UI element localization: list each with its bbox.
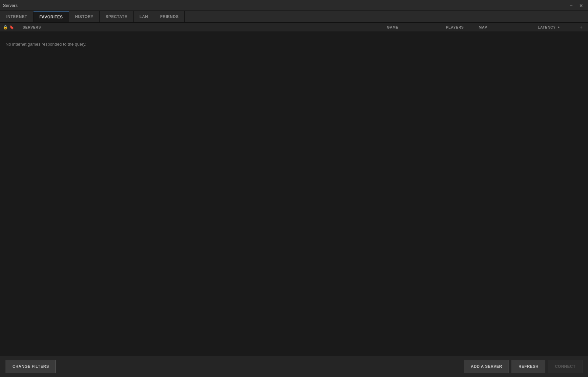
add-server-button[interactable]: ADD A SERVER <box>464 360 509 373</box>
col-header-latency[interactable]: LATENCY ▲ <box>538 25 577 29</box>
window-title: Servers <box>3 3 18 8</box>
tab-internet[interactable]: INTERNET <box>0 11 33 22</box>
col-header-map[interactable]: MAP <box>479 25 538 29</box>
tab-favorites[interactable]: FAVORITES <box>33 11 69 22</box>
window-controls: − ✕ <box>568 3 585 9</box>
change-filters-button[interactable]: CHANGE FILTERS <box>6 360 56 373</box>
title-bar: Servers − ✕ <box>0 0 588 11</box>
col-header-players[interactable]: PLAYERS <box>446 25 479 29</box>
col-header-servers[interactable]: SERVERS <box>23 25 387 29</box>
col-icons: 🔒 🔖 <box>3 25 23 30</box>
tab-friends[interactable]: FRIENDS <box>154 11 185 22</box>
tab-lan[interactable]: LAN <box>134 11 154 22</box>
col-header-game[interactable]: GAME <box>387 25 446 29</box>
footer-left: CHANGE FILTERS <box>6 360 56 373</box>
empty-message: No internet games responded to the query… <box>6 42 86 47</box>
tab-history[interactable]: HISTORY <box>69 11 100 22</box>
footer-right: ADD A SERVER REFRESH CONNECT <box>464 360 582 373</box>
tab-bar: INTERNET FAVORITES HISTORY SPECTATE LAN … <box>0 11 588 23</box>
add-column-button[interactable]: + <box>577 24 585 30</box>
connect-button[interactable]: CONNECT <box>548 360 582 373</box>
server-list-area: No internet games responded to the query… <box>0 32 588 356</box>
close-button[interactable]: ✕ <box>577 3 585 9</box>
main-window: Servers − ✕ INTERNET FAVORITES HISTORY S… <box>0 0 588 377</box>
lock-icon: 🔒 <box>3 25 8 30</box>
sort-arrow-icon: ▲ <box>557 25 560 29</box>
tab-spectate[interactable]: SPECTATE <box>100 11 134 22</box>
bookmark-icon: 🔖 <box>9 25 14 30</box>
footer: CHANGE FILTERS ADD A SERVER REFRESH CONN… <box>0 356 588 377</box>
refresh-button[interactable]: REFRESH <box>512 360 545 373</box>
minimize-button[interactable]: − <box>568 3 575 9</box>
column-headers: 🔒 🔖 SERVERS GAME PLAYERS MAP LATENCY ▲ + <box>0 23 588 32</box>
